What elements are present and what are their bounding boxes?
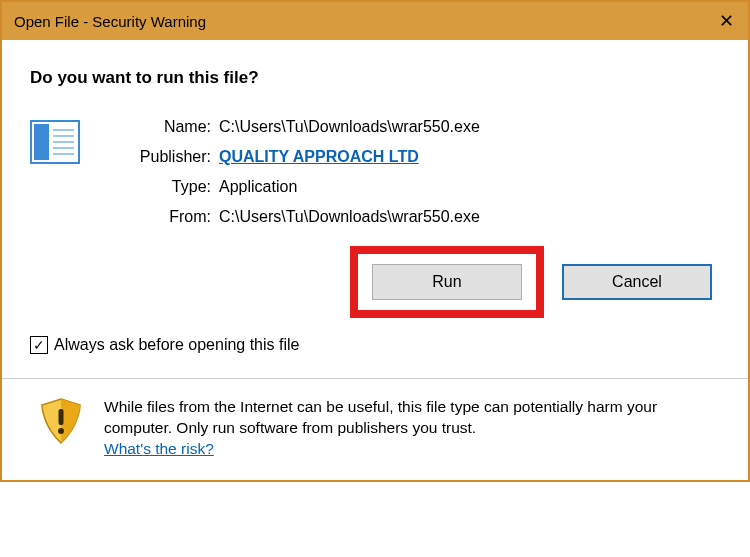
file-icon [30,120,80,164]
close-button[interactable]: ✕ [694,10,734,32]
security-warning-dialog: Open File - Security Warning ✕ Do you wa… [0,0,750,482]
svg-rect-1 [34,124,49,160]
footer-text: While files from the Internet can be use… [104,397,720,460]
window-title: Open File - Security Warning [14,13,206,30]
publisher-label: Publisher: [104,148,219,166]
dialog-content: Do you want to run this file? Name: C:\U… [2,40,748,362]
button-row: Run Cancel [104,246,720,318]
always-ask-checkbox[interactable]: ✓ Always ask before opening this file [30,336,720,354]
warning-message: While files from the Internet can be use… [104,398,657,436]
svg-point-8 [58,428,64,434]
checkbox-label: Always ask before opening this file [54,336,299,354]
shield-icon [38,397,84,447]
footer-warning: While files from the Internet can be use… [2,379,748,480]
file-details-section: Name: C:\Users\Tu\Downloads\wrar550.exe … [30,118,720,318]
type-value: Application [219,178,297,196]
svg-rect-7 [59,409,64,425]
checkbox-icon[interactable]: ✓ [30,336,48,354]
cancel-button[interactable]: Cancel [562,264,712,300]
file-details: Name: C:\Users\Tu\Downloads\wrar550.exe … [104,118,720,318]
run-button-highlight: Run [350,246,544,318]
name-label: Name: [104,118,219,136]
run-button[interactable]: Run [372,264,522,300]
publisher-link[interactable]: QUALITY APPROACH LTD [219,148,419,165]
confirmation-question: Do you want to run this file? [30,68,720,88]
type-label: Type: [104,178,219,196]
from-label: From: [104,208,219,226]
whats-the-risk-link[interactable]: What's the risk? [104,440,214,457]
name-value: C:\Users\Tu\Downloads\wrar550.exe [219,118,480,136]
from-value: C:\Users\Tu\Downloads\wrar550.exe [219,208,480,226]
titlebar: Open File - Security Warning ✕ [2,2,748,40]
